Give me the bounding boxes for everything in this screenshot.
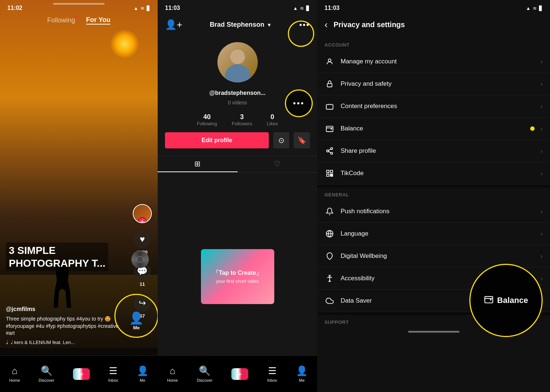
svg-point-0	[328, 59, 331, 62]
nav-me-label: Me	[140, 378, 145, 382]
following-dot	[75, 15, 78, 18]
settings-back-button[interactable]: ‹	[324, 19, 328, 30]
inbox-icon: ☰	[109, 365, 117, 377]
nav-home[interactable]: ⌂ Home	[9, 365, 20, 382]
create-video-box[interactable]: 「Tap to Create」 your first short video	[201, 249, 274, 308]
nav-inbox[interactable]: ☰ Inbox	[108, 365, 118, 382]
heart-icon: ♥	[133, 230, 151, 248]
feed-info: @jcmfilms Three simple photography tips …	[6, 306, 128, 337]
language-item[interactable]: Language ›	[317, 223, 550, 245]
svg-rect-3	[326, 126, 333, 132]
svg-line-8	[329, 149, 331, 151]
profile-inbox-icon: ☰	[268, 365, 276, 377]
music-disc	[131, 251, 149, 268]
settings-divider-1	[317, 185, 550, 188]
followers-label: Followers	[232, 121, 252, 126]
svg-rect-12	[330, 174, 331, 175]
nav-create[interactable]: ＋	[73, 368, 90, 380]
profile-nav-create[interactable]: ＋	[231, 368, 248, 380]
edit-profile-button[interactable]: Edit profile	[165, 132, 269, 148]
manage-account-item[interactable]: Manage my account ›	[317, 51, 550, 73]
svg-rect-15	[332, 175, 333, 177]
profile-more-button[interactable]: •••	[299, 20, 310, 30]
leaf-icon	[324, 251, 335, 261]
nav-home-label: Home	[9, 378, 20, 382]
bookmark-button[interactable]: 🔖	[294, 132, 310, 148]
avatar-head	[230, 49, 245, 64]
profile-stat-likes[interactable]: 0 Likes	[267, 113, 278, 126]
balance-item[interactable]: Balance ›	[317, 118, 550, 140]
profile-nav-discover[interactable]: 🔍 Discover	[197, 365, 213, 382]
creator-avatar[interactable]	[133, 204, 152, 223]
profile-create-button[interactable]: ＋	[231, 368, 248, 380]
profile-status-icons: ▲ ≋ ▊	[293, 5, 310, 11]
profile-signal-icon: ▲	[293, 5, 298, 11]
svg-rect-9	[327, 170, 329, 173]
profile-handle: @bradstephenson...	[209, 90, 265, 96]
language-chevron: ›	[540, 230, 543, 238]
comment-count: 11	[140, 281, 145, 287]
profile-nav-me[interactable]: 👤 Me	[296, 365, 308, 382]
profile-nav-inbox[interactable]: ☰ Inbox	[267, 365, 277, 382]
nav-discover[interactable]: 🔍 Discover	[38, 365, 54, 382]
privacy-safety-item[interactable]: Privacy and safety ›	[317, 73, 550, 95]
profile-tab-videos[interactable]: ⊞	[158, 156, 238, 172]
profile-tab-liked[interactable]: ♡	[238, 156, 318, 172]
wifi-icon: ≋	[140, 5, 144, 11]
balance-annotation-content: Balance	[484, 295, 528, 307]
profile-stat-following[interactable]: 40 Following	[197, 113, 217, 126]
balance-annotation-circle: Balance	[469, 264, 543, 337]
manage-account-chevron: ›	[540, 58, 543, 66]
push-notifications-label: Push notifications	[341, 208, 535, 215]
content-preferences-item[interactable]: Content preferences ›	[317, 95, 550, 118]
add-friend-icon[interactable]: 👤+	[165, 19, 182, 30]
profile-bottom-nav: ⌂ Home 🔍 Discover ＋ ☰ Inbox 👤 Me	[158, 355, 317, 392]
digital-wellbeing-item[interactable]: Digital Wellbeing ›	[317, 245, 550, 267]
svg-rect-14	[330, 175, 331, 177]
content-preferences-label: Content preferences	[341, 103, 535, 110]
profile-tabs: ⊞ ♡	[158, 156, 317, 173]
profile-nav-discover-label: Discover	[197, 378, 213, 382]
profile-panel: 11:03 ▲ ≋ ▊ 👤+ Brad Stephenson ▼ ••• •••…	[158, 0, 317, 392]
for-you-tab[interactable]: For You	[86, 16, 110, 25]
manage-account-label: Manage my account	[341, 58, 535, 65]
nav-discover-label: Discover	[38, 378, 54, 382]
svg-rect-19	[485, 296, 493, 303]
following-tab[interactable]: Following	[47, 16, 75, 24]
profile-content: 「Tap to Create」 your first short video	[158, 173, 317, 384]
profile-name-row: Brad Stephenson ▼	[210, 21, 272, 29]
account-section-label: ACCOUNT	[317, 38, 550, 51]
create-button[interactable]: ＋	[73, 368, 90, 380]
settings-title: Privacy and settings	[334, 21, 405, 29]
nav-me[interactable]: 👤 Me	[137, 365, 148, 382]
profile-avatar-container	[158, 36, 317, 88]
feed-sun	[110, 29, 139, 59]
push-notifications-item[interactable]: Push notifications ›	[317, 200, 550, 223]
language-label: Language	[341, 230, 535, 237]
settings-battery-icon: ▊	[539, 5, 543, 11]
settings-status-bar: 11:03 ▲ ≋ ▊	[317, 0, 550, 16]
share-profile-item[interactable]: Share profile ›	[317, 140, 550, 162]
tikcode-item[interactable]: TikCode ›	[317, 162, 550, 185]
feed-bottom-nav: ⌂ Home 🔍 Discover ＋ ☰ Inbox 👤 Me	[0, 355, 158, 392]
profile-stat-followers[interactable]: 3 Followers	[232, 113, 252, 126]
balance-annotation-label: Balance	[497, 296, 528, 305]
instagram-link-button[interactable]: ⊙	[273, 132, 289, 148]
digital-wellbeing-label: Digital Wellbeing	[341, 252, 535, 260]
profile-chevron-icon[interactable]: ▼	[267, 22, 272, 28]
tv-icon	[324, 101, 335, 111]
profile-videos: 0 videos	[228, 100, 247, 106]
profile-name: Brad Stephenson	[210, 21, 264, 29]
accessibility-chevron: ›	[540, 275, 543, 282]
svg-rect-11	[327, 174, 329, 176]
profile-battery-icon: ▊	[306, 5, 310, 11]
likes-count: 0	[271, 113, 274, 121]
me-label: Me	[120, 325, 153, 330]
following-tab-wrapper[interactable]: Following	[47, 16, 75, 24]
profile-nav-home-label: Home	[167, 378, 178, 382]
profile-nav-home[interactable]: ⌂ Home	[167, 365, 178, 382]
profile-avatar[interactable]	[217, 42, 258, 82]
profile-header: 👤+ Brad Stephenson ▼ •••	[158, 16, 317, 36]
svg-point-4	[331, 148, 333, 150]
settings-status-icons: ▲ ≋ ▊	[526, 5, 543, 11]
